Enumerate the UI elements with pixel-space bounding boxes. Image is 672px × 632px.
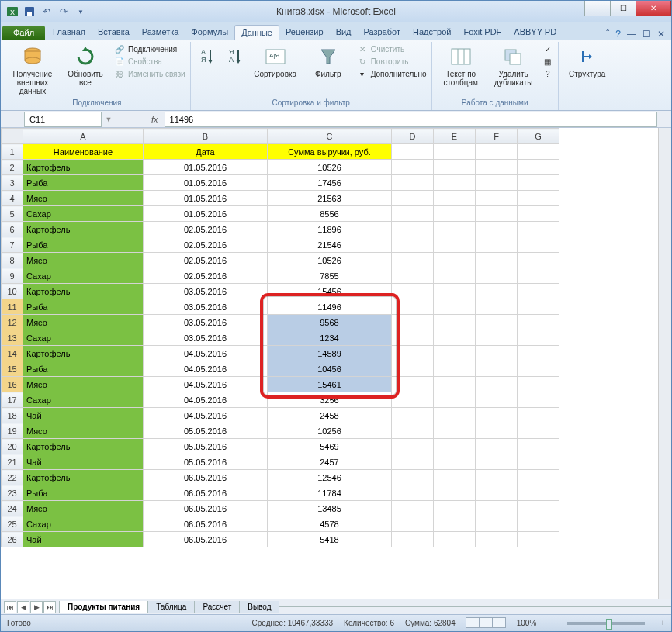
vertical-scrollbar[interactable] (658, 128, 671, 599)
cell-A12[interactable]: Мясо (23, 315, 144, 330)
cell-A20[interactable]: Картофель (23, 439, 144, 454)
cell-A7[interactable]: Рыба (23, 237, 144, 253)
cell-F9[interactable] (476, 268, 518, 284)
cell-E12[interactable] (434, 315, 476, 330)
cell-A19[interactable]: Мясо (23, 423, 144, 439)
cell-E3[interactable] (434, 175, 476, 191)
cell-B22[interactable]: 06.05.2016 (144, 470, 268, 485)
remove-duplicates-button[interactable]: Удалить дубликаты (490, 43, 538, 87)
cell-A22[interactable]: Картофель (23, 470, 144, 485)
minimize-button[interactable]: — (584, 1, 611, 16)
cell-D6[interactable] (392, 222, 434, 237)
row-header-13[interactable]: 13 (2, 330, 23, 346)
text-to-columns-button[interactable]: Текст по столбцам (437, 43, 485, 87)
cell-B5[interactable]: 01.05.2016 (144, 206, 268, 222)
minimize-ribbon-icon[interactable]: ˆ (606, 29, 609, 40)
cell-B14[interactable]: 04.05.2016 (144, 346, 268, 361)
cell-E8[interactable] (434, 253, 476, 268)
row-header-19[interactable]: 19 (2, 423, 23, 439)
whatif-button[interactable]: ? (542, 68, 553, 79)
sheet-tab-1[interactable]: Таблица (147, 601, 195, 613)
cell-A14[interactable]: Картофель (23, 346, 144, 361)
select-all-corner[interactable] (2, 129, 23, 144)
cell-C25[interactable]: 4578 (268, 516, 392, 532)
cell-A16[interactable]: Мясо (23, 377, 144, 392)
row-header-2[interactable]: 2 (2, 160, 23, 175)
cell-F7[interactable] (476, 237, 518, 253)
cell-D4[interactable] (392, 191, 434, 206)
cell-B13[interactable]: 03.05.2016 (144, 330, 268, 346)
consolidate-button[interactable]: ▦ (542, 56, 553, 67)
ribbon-tab-4[interactable]: Данные (234, 25, 279, 40)
row-header-10[interactable]: 10 (2, 284, 23, 299)
col-header-A[interactable]: A (23, 129, 144, 144)
row-header-6[interactable]: 6 (2, 222, 23, 237)
row-header-17[interactable]: 17 (2, 392, 23, 408)
cell-G18[interactable] (518, 408, 559, 423)
cell-D19[interactable] (392, 423, 434, 439)
cell-B18[interactable]: 04.05.2016 (144, 408, 268, 423)
row-header-11[interactable]: 11 (2, 299, 23, 315)
cell-E24[interactable] (434, 501, 476, 516)
cell-E15[interactable] (434, 361, 476, 377)
worksheet-grid[interactable]: ABCDEFG1НаименованиеДатаСумма выручки, р… (1, 128, 671, 599)
cell-E23[interactable] (434, 485, 476, 501)
cell-B10[interactable]: 03.05.2016 (144, 284, 268, 299)
cell-B2[interactable]: 01.05.2016 (144, 160, 268, 175)
filter-button[interactable]: Фильтр (304, 43, 352, 78)
maximize-button[interactable]: ☐ (610, 1, 636, 16)
name-box-dropdown-icon[interactable]: ▼ (103, 116, 114, 123)
cell-D8[interactable] (392, 253, 434, 268)
get-external-data-button[interactable]: Получение внешних данных (9, 43, 57, 95)
cell-F3[interactable] (476, 175, 518, 191)
cell-B12[interactable]: 03.05.2016 (144, 315, 268, 330)
cell-D25[interactable] (392, 516, 434, 532)
advanced-filter-button[interactable]: ▾Дополнительно (357, 68, 427, 79)
cell-D17[interactable] (392, 392, 434, 408)
cell-C5[interactable]: 8556 (268, 206, 392, 222)
cell-F10[interactable] (476, 284, 518, 299)
cell-F8[interactable] (476, 253, 518, 268)
cell-G21[interactable] (518, 454, 559, 470)
cell-E7[interactable] (434, 237, 476, 253)
cell-D16[interactable] (392, 377, 434, 392)
cell-B11[interactable]: 03.05.2016 (144, 299, 268, 315)
ribbon-tab-8[interactable]: Надстрой (407, 25, 457, 40)
cell-F6[interactable] (476, 222, 518, 237)
cell-A1[interactable]: Наименование (23, 144, 144, 160)
cell-G26[interactable] (518, 532, 559, 547)
row-header-23[interactable]: 23 (2, 485, 23, 501)
cell-D23[interactable] (392, 485, 434, 501)
cell-F21[interactable] (476, 454, 518, 470)
wb-close-icon[interactable]: ✕ (657, 29, 665, 40)
cell-C22[interactable]: 12546 (268, 470, 392, 485)
ribbon-tab-6[interactable]: Вид (330, 25, 358, 40)
cell-B4[interactable]: 01.05.2016 (144, 191, 268, 206)
row-header-15[interactable]: 15 (2, 361, 23, 377)
cell-C14[interactable]: 14589 (268, 346, 392, 361)
cell-C2[interactable]: 10526 (268, 160, 392, 175)
cell-A4[interactable]: Мясо (23, 191, 144, 206)
cell-G7[interactable] (518, 237, 559, 253)
cell-C8[interactable]: 10526 (268, 253, 392, 268)
cell-F24[interactable] (476, 501, 518, 516)
cell-B15[interactable]: 04.05.2016 (144, 361, 268, 377)
cell-A3[interactable]: Рыба (23, 175, 144, 191)
cell-C23[interactable]: 11784 (268, 485, 392, 501)
close-button[interactable]: ✕ (636, 1, 671, 16)
sort-button[interactable]: А|Я Сортировка (251, 43, 300, 78)
cell-E22[interactable] (434, 470, 476, 485)
row-header-5[interactable]: 5 (2, 206, 23, 222)
cell-C4[interactable]: 21563 (268, 191, 392, 206)
cell-D20[interactable] (392, 439, 434, 454)
cell-C15[interactable]: 10456 (268, 361, 392, 377)
sheet-nav-prev-icon[interactable]: ◀ (17, 601, 29, 613)
cell-E20[interactable] (434, 439, 476, 454)
cell-G9[interactable] (518, 268, 559, 284)
cell-F13[interactable] (476, 330, 518, 346)
row-header-9[interactable]: 9 (2, 268, 23, 284)
cell-C6[interactable]: 11896 (268, 222, 392, 237)
row-header-14[interactable]: 14 (2, 346, 23, 361)
cell-D22[interactable] (392, 470, 434, 485)
row-header-22[interactable]: 22 (2, 470, 23, 485)
